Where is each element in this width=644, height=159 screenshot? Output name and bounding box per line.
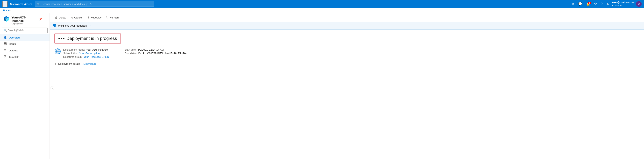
more-icon[interactable]: ··· [44, 17, 46, 21]
deployment-info: Deployment name: Your-ADT-instance Subsc… [54, 48, 639, 58]
deployment-info-left: Deployment name: Your-ADT-instance Subsc… [54, 48, 109, 58]
feedback-arrow[interactable]: → [88, 24, 91, 27]
redeploy-label: Redeploy [90, 16, 102, 19]
app-logo: Microsoft Azure [10, 2, 32, 6]
sidebar-resource-header: Your-ADT-instance 📌 ··· Deployment [0, 13, 50, 26]
cancel-label: Cancel [74, 16, 82, 19]
svg-point-19 [55, 25, 56, 25]
refresh-icon: ↻ [106, 16, 108, 19]
deployment-name-row: Deployment name: Your-ADT-instance [63, 48, 109, 51]
breadcrumb: Home › [0, 8, 644, 13]
deployment-details-grid: Deployment name: Your-ADT-instance Subsc… [63, 48, 109, 58]
sidebar-item-overview-label: Overview [9, 36, 20, 39]
delete-label: Delete [59, 16, 66, 19]
subscription-label: Subscription: [63, 52, 78, 55]
sidebar-item-template[interactable]: Template [0, 54, 50, 60]
sidebar-item-inputs-label: Inputs [9, 42, 16, 45]
svg-rect-8 [4, 44, 5, 44]
settings-button[interactable]: ⚙ [592, 1, 598, 6]
start-time-label: Start time: [125, 48, 136, 51]
correlation-id-row: Correlation ID: A1bC2dE3fH4iJ5kL6mN7oP8q… [125, 52, 187, 55]
deployment-name-label: Deployment name: [63, 48, 85, 51]
subscription-value[interactable]: Your-Subscription [79, 52, 100, 55]
resource-type: Deployment [12, 22, 46, 25]
correlation-id-label: Correlation ID: [125, 52, 142, 55]
feedback-icon-button[interactable]: 💬 [576, 1, 584, 6]
sidebar-search[interactable]: 🔍 [2, 28, 48, 33]
redeploy-icon: ⬆ [87, 16, 90, 19]
svg-point-18 [54, 25, 54, 25]
global-search-bar[interactable]: 🔍 [35, 1, 154, 7]
user-avatar: U [636, 1, 642, 7]
resource-group-row: Resource group: Your-Resource-Group [63, 55, 109, 58]
svg-rect-5 [4, 42, 6, 45]
resource-title: Your-ADT-instance [12, 16, 37, 22]
correlation-id-value: A1bC2dE3fH4iJ5kL6mN7oP8qR9sT0u [142, 52, 187, 55]
deployment-info-right: Start time: 6/2/2021, 11:24:14 AM Correl… [125, 48, 187, 58]
email-icon-button[interactable]: ✉ [570, 1, 576, 6]
pin-icon[interactable]: 📌 [39, 17, 42, 21]
cancel-icon: ⊘ [71, 16, 74, 19]
svg-rect-6 [4, 43, 5, 44]
sidebar-item-outputs[interactable]: Outputs [0, 47, 50, 54]
template-icon [4, 55, 7, 59]
toolbar: 🗑 Delete ⊘ Cancel ⬆ Redeploy ↻ Refresh [50, 13, 644, 22]
notification-badge: 1 [588, 1, 591, 4]
resource-icon [3, 16, 10, 22]
sidebar-search-input[interactable] [8, 29, 46, 32]
deployment-details-label: Deployment details [58, 62, 80, 65]
notifications-button[interactable]: 🔔 1 [584, 1, 592, 6]
refresh-button[interactable]: ↻ Refresh [104, 15, 121, 20]
sidebar-item-inputs[interactable]: Inputs [0, 41, 50, 47]
main-layout: Your-ADT-instance 📌 ··· Deployment 🔍 👤 O… [0, 13, 644, 159]
inputs-icon [4, 42, 7, 46]
deployment-name-value: Your-ADT-instance [86, 48, 108, 51]
feedback-bar: We'd love your feedback! → [50, 22, 644, 29]
subscription-row: Subscription: Your-Subscription [63, 52, 109, 55]
svg-rect-7 [5, 43, 6, 44]
deployment-details-section[interactable]: ▼ Deployment details (Download) [54, 62, 639, 65]
download-link[interactable]: (Download) [82, 62, 96, 65]
sidebar-item-overview[interactable]: 👤 Overview [0, 34, 50, 41]
smiley-button[interactable]: ☺ [605, 1, 612, 6]
svg-rect-9 [5, 44, 6, 44]
redeploy-button[interactable]: ⬆ Redeploy [85, 15, 104, 20]
sidebar-collapse-button[interactable]: « [50, 86, 54, 90]
outputs-icon [4, 49, 7, 52]
status-dot-3 [63, 38, 64, 39]
sidebar-item-template-label: Template [9, 56, 19, 59]
user-tenant: CONTOSO [612, 4, 634, 7]
delete-button[interactable]: 🗑 Delete [53, 15, 68, 20]
content-area: 🗑 Delete ⊘ Cancel ⬆ Redeploy ↻ Refresh [50, 13, 644, 159]
chevron-down-icon: ▼ [54, 63, 57, 65]
overview-icon: 👤 [4, 36, 7, 39]
resource-group-value[interactable]: Your-Resource-Group [84, 55, 109, 58]
deployment-status-box: Deployment is in progress [54, 33, 121, 43]
feedback-icon [53, 23, 56, 28]
breadcrumb-separator: › [10, 9, 11, 12]
sidebar-search-icon: 🔍 [4, 29, 7, 32]
deployment-globe-icon [54, 48, 61, 55]
refresh-label: Refresh [110, 16, 119, 19]
help-button[interactable]: ? [599, 1, 604, 6]
delete-icon: 🗑 [55, 16, 58, 19]
feedback-text: We'd love your feedback! [58, 24, 87, 27]
sidebar-item-outputs-label: Outputs [9, 49, 18, 52]
hamburger-menu-button[interactable]: ☰ [2, 1, 8, 7]
status-dots [58, 38, 64, 39]
start-time-value: 6/2/2021, 11:24:14 AM [138, 48, 164, 51]
global-search-input[interactable] [42, 2, 152, 5]
start-time-row: Start time: 6/2/2021, 11:24:14 AM [125, 48, 187, 51]
deployment-status-text: Deployment is in progress [66, 36, 117, 41]
top-navigation: ☰ Microsoft Azure 🔍 ✉ 💬 🔔 1 ⚙ ? ☺ user@c… [0, 0, 644, 8]
sidebar: Your-ADT-instance 📌 ··· Deployment 🔍 👤 O… [0, 13, 50, 159]
user-profile[interactable]: user@contoso.com CONTOSO U [612, 1, 642, 7]
breadcrumb-home[interactable]: Home [3, 9, 10, 12]
status-dot-1 [58, 38, 60, 39]
page-content: Deployment is in progress [50, 29, 644, 159]
sidebar-wrapper: Your-ADT-instance 📌 ··· Deployment 🔍 👤 O… [0, 13, 50, 159]
top-nav-icons: ✉ 💬 🔔 1 ⚙ ? ☺ user@contoso.com CONTOSO U [570, 1, 642, 7]
adt-icon [3, 16, 10, 22]
cancel-button[interactable]: ⊘ Cancel [69, 15, 84, 20]
sidebar-nav: 👤 Overview Inputs Outputs [0, 34, 50, 159]
